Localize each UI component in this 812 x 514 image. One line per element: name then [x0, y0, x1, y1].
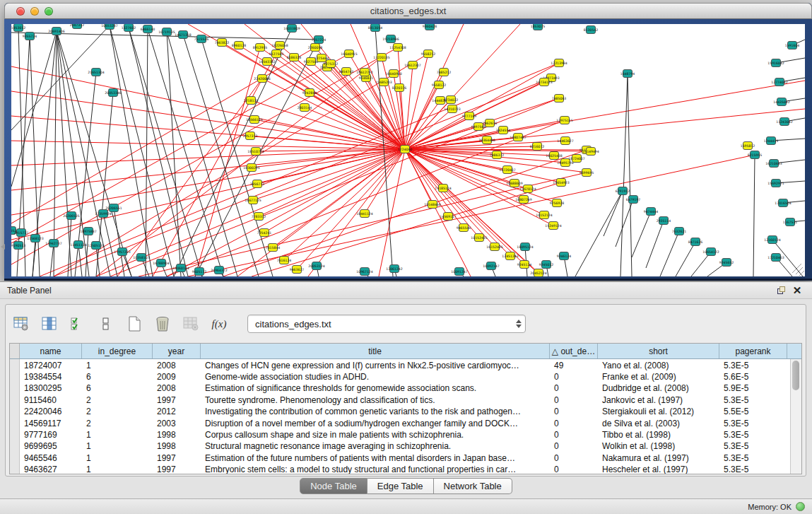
tab-edge-table[interactable]: Edge Table: [367, 478, 434, 494]
cell-short: Wolkin et al. (1998): [598, 440, 719, 452]
graph-node-label: 9355724: [23, 35, 37, 38]
table-row[interactable]: 1872400712008Changes of HCN gene express…: [10, 359, 801, 370]
cell-pagerank: 5.5E-5: [719, 406, 787, 417]
cell-short: de Silva et al. (2003): [598, 417, 719, 428]
column-header-in_degree[interactable]: in_degree: [82, 344, 153, 358]
cell-short: Nakamura et al. (1997): [598, 452, 719, 463]
graph-node-label: 20364486: [478, 139, 495, 142]
table-row[interactable]: 1830029562008Estimation of significance …: [10, 382, 801, 394]
column-header-short[interactable]: short: [598, 344, 719, 358]
graph-node-label: 6216072: [530, 145, 545, 148]
graph-node-label: 8960128: [232, 44, 247, 47]
row-gutter: [10, 370, 20, 382]
column-header-pagerank[interactable]: pagerank: [719, 344, 787, 358]
delete-column-button[interactable]: [153, 314, 172, 334]
graph-node-label: 10092147: [483, 264, 499, 268]
graph-node-label: 7632621: [672, 230, 687, 233]
table-select-combobox[interactable]: citations_edges.txt: [247, 315, 526, 333]
row-gutter: [10, 440, 20, 452]
cell-name: 9777169: [20, 428, 82, 440]
graph-node-label: 18095124: [517, 245, 533, 249]
cell-in_degree: 2: [82, 417, 153, 428]
table-row[interactable]: 977716911998Corpus callosum shape and si…: [10, 428, 801, 440]
network-canvas[interactable]: 1724060896012889129551822605891275031654…: [11, 24, 805, 276]
vertical-scrollbar[interactable]: [790, 359, 801, 474]
cell-name: 9115460: [20, 394, 82, 405]
table-panel-title: Table Panel: [7, 286, 52, 296]
panel-collapse-handle-icon[interactable]: [1, 244, 5, 250]
window-titlebar[interactable]: citations_edges.txt: [4, 3, 812, 19]
graph-node-label: 7254241: [257, 231, 272, 235]
table-row[interactable]: 911546021997Tourette syndrome. Phenomeno…: [10, 394, 801, 405]
cell-out_de: 0: [550, 370, 598, 382]
column-settings-button[interactable]: [11, 314, 31, 334]
graph-node-label: 13185124: [435, 187, 451, 190]
cell-year: 2003: [153, 417, 201, 428]
table-panel-header: Table Panel ✕: [0, 282, 812, 299]
cell-title: Embryonic stem cells: a model to study s…: [201, 464, 550, 474]
column-header-title[interactable]: title: [201, 344, 550, 358]
graph-node-label: 12975115: [556, 119, 572, 122]
zoom-window-button[interactable]: [45, 7, 53, 16]
cell-pagerank: 5.3E-5: [719, 417, 787, 428]
row-height-button[interactable]: [96, 314, 116, 334]
graph-node-label: 1648794: [620, 72, 635, 76]
graph-node-label: 10152435: [471, 236, 487, 240]
column-header-out_de[interactable]: △ out_de…: [550, 344, 598, 358]
graph-node-label: 14435042: [773, 100, 789, 104]
graph-node-label: 20053346: [105, 91, 121, 95]
memory-status-icon[interactable]: [796, 502, 805, 511]
graph-node-label: 15720437: [499, 168, 515, 172]
close-icon: ✕: [793, 286, 802, 296]
graph-node-label: 14569117: [440, 215, 456, 218]
graph-node-label: 1853075: [531, 25, 546, 28]
graph-node-label: 7463822: [215, 41, 230, 45]
new-column-button[interactable]: [124, 314, 144, 334]
cell-out_de: 0: [550, 382, 598, 394]
cell-name: 14569117: [20, 417, 82, 428]
close-panel-button[interactable]: ✕: [789, 284, 805, 297]
tab-node-table[interactable]: Node Table: [300, 478, 367, 494]
delete-table-button[interactable]: [181, 314, 201, 334]
table-header-row: namein_degreeyeartitle△ out_de…shortpage…: [10, 344, 801, 359]
scrollbar-thumb[interactable]: [792, 361, 799, 390]
graph-node-label: 19734123: [536, 81, 552, 84]
graph-node-label: 19612792: [356, 71, 372, 74]
graph-node-label: 6466140: [141, 28, 155, 31]
table-row[interactable]: 946554611997Estimation of the future num…: [10, 452, 801, 463]
select-columns-button[interactable]: [40, 314, 59, 334]
cell-year: 2012: [153, 406, 201, 417]
table-row[interactable]: 946362711997Embryonic stem cells: a mode…: [10, 464, 801, 474]
graph-node-label: 10688609: [506, 182, 522, 185]
graph-node-label: 12160124: [764, 238, 780, 242]
graph-node-label: 8813054: [368, 26, 383, 30]
new-document-icon: [126, 315, 143, 332]
table-row[interactable]: 1938455462009Genome-wide association stu…: [10, 370, 801, 382]
column-header-year[interactable]: year: [153, 344, 201, 358]
graph-node-label: 11451134: [70, 243, 86, 247]
tab-network-table[interactable]: Network Table: [434, 478, 512, 494]
graph-node-label: 7486372: [490, 153, 505, 157]
table-row[interactable]: 2242004622012Investigating the contribut…: [10, 406, 801, 417]
graph-node-label: 17359924: [95, 212, 111, 216]
cell-year: 1997: [153, 452, 201, 463]
table-row[interactable]: 1456911722003Disruption of a novel membe…: [10, 417, 801, 428]
graph-node-label: 2803144: [298, 106, 312, 110]
cell-name: 9463627: [20, 464, 82, 474]
cell-year: 1997: [153, 394, 201, 405]
row-gutter: [10, 464, 20, 474]
close-window-button[interactable]: [16, 7, 25, 16]
minimize-window-button[interactable]: [30, 7, 39, 16]
function-builder-button[interactable]: f(x): [209, 314, 229, 334]
graph-node-label: 19612307: [404, 64, 420, 67]
column-header-name[interactable]: name: [20, 344, 82, 358]
cell-pagerank: 5.3E-5: [719, 440, 787, 452]
graph-node-label: 8471676: [688, 240, 703, 244]
graph-node-label: 20691406: [48, 30, 64, 33]
float-panel-button[interactable]: [774, 284, 789, 297]
graph-node-label: 9605172: [192, 270, 207, 274]
cell-in_degree: 1: [82, 452, 153, 463]
graph-node-label: 2260058: [308, 46, 323, 49]
select-all-button[interactable]: [68, 314, 88, 334]
table-row[interactable]: 969969511998Structural magnetic resonanc…: [10, 440, 801, 452]
